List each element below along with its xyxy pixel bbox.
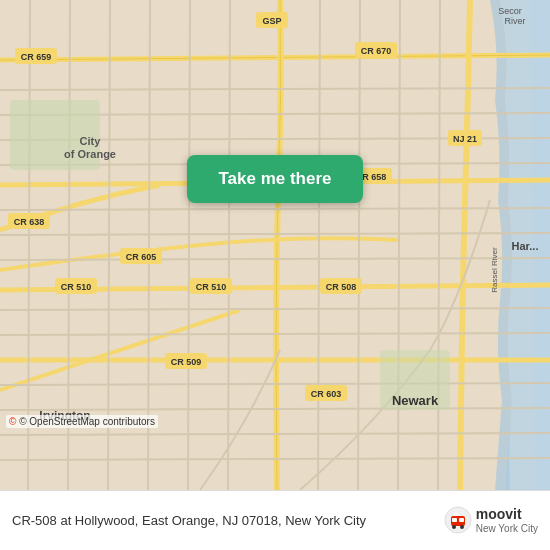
address-label: CR-508 at Hollywood, East Orange, NJ 070… bbox=[12, 513, 366, 528]
svg-text:NJ 21: NJ 21 bbox=[453, 134, 477, 144]
osm-attribution: © © OpenStreetMap contributors bbox=[6, 415, 158, 428]
svg-text:GSP: GSP bbox=[262, 16, 281, 26]
svg-text:Har...: Har... bbox=[512, 240, 539, 252]
svg-text:CR 508: CR 508 bbox=[326, 282, 357, 292]
moovit-city: New York City bbox=[476, 523, 538, 535]
svg-text:CR 603: CR 603 bbox=[311, 389, 342, 399]
svg-point-68 bbox=[460, 525, 464, 529]
svg-text:CR 509: CR 509 bbox=[171, 357, 202, 367]
svg-text:Secor: Secor bbox=[498, 6, 522, 16]
svg-text:of Orange: of Orange bbox=[64, 148, 116, 160]
svg-text:CR 670: CR 670 bbox=[361, 46, 392, 56]
moovit-logo: m moovit New York City bbox=[444, 506, 538, 535]
svg-text:CR 510: CR 510 bbox=[61, 282, 92, 292]
svg-text:Newark: Newark bbox=[392, 393, 439, 408]
svg-text:Rassel River: Rassel River bbox=[490, 247, 499, 293]
svg-text:River: River bbox=[504, 16, 525, 26]
moovit-brand-icon: m bbox=[444, 506, 472, 534]
osm-icon: © bbox=[9, 416, 16, 427]
svg-text:City: City bbox=[80, 135, 102, 147]
moovit-brand-name: moovit bbox=[476, 506, 538, 523]
svg-text:CR 659: CR 659 bbox=[21, 52, 52, 62]
bottom-bar: CR-508 at Hollywood, East Orange, NJ 070… bbox=[0, 490, 550, 550]
address-text: CR-508 at Hollywood, East Orange, NJ 070… bbox=[12, 513, 444, 528]
take-me-there-button[interactable]: Take me there bbox=[187, 155, 363, 203]
svg-rect-66 bbox=[459, 518, 464, 522]
svg-text:m: m bbox=[454, 511, 459, 517]
osm-text: © OpenStreetMap contributors bbox=[19, 416, 155, 427]
svg-point-67 bbox=[452, 525, 456, 529]
svg-text:CR 638: CR 638 bbox=[14, 217, 45, 227]
svg-rect-65 bbox=[452, 518, 457, 522]
svg-text:CR 605: CR 605 bbox=[126, 252, 157, 262]
svg-text:CR 510: CR 510 bbox=[196, 282, 227, 292]
map-container: CR 659 CR 670 GSP CR 638 CR 605 CR 658 N… bbox=[0, 0, 550, 490]
